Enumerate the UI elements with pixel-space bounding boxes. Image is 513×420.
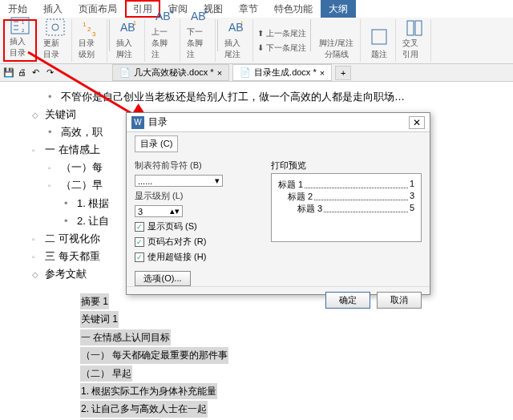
prev-footnote-icon: AB◄ bbox=[153, 7, 174, 25]
next-endnote-button[interactable]: ⬇下一条尾注 bbox=[255, 42, 309, 55]
chevron-down-icon: ▾ bbox=[215, 176, 220, 186]
up-icon: ⬆ bbox=[257, 29, 264, 38]
separator-line-button[interactable]: 脚注/尾注分隔线 bbox=[313, 19, 361, 62]
print-icon[interactable]: 🖨 bbox=[18, 67, 29, 79]
tab-doc2[interactable]: 📄目录生成.docx *× bbox=[232, 64, 332, 81]
menu-special[interactable]: 特色功能 bbox=[266, 0, 321, 18]
close-icon[interactable]: × bbox=[217, 68, 222, 78]
doc-h1: 一 在情感上 bbox=[45, 141, 100, 159]
close-icon[interactable]: ✕ bbox=[409, 116, 425, 129]
preview-box: 标题 11 标题 23 标题 35 bbox=[271, 173, 422, 242]
doc-icon: 📄 bbox=[240, 67, 251, 78]
document-tabs: 💾 🖨 ↶ ↷ 📄几大高效秘诀.docx *× 📄目录生成.docx *× + bbox=[0, 64, 513, 82]
doc-h1b1: 1. 根据 bbox=[77, 195, 109, 212]
svg-text:1: 1 bbox=[22, 20, 25, 25]
toc-dialog: W 目录 ✕ 目录 (C) 制表符前导符 (B) ......▾ 显示级别 (L… bbox=[126, 112, 430, 295]
cross-ref-button[interactable]: 交叉引用 bbox=[398, 19, 431, 62]
svg-rect-21 bbox=[415, 21, 422, 35]
dialog-tab[interactable]: 目录 (C) bbox=[135, 135, 178, 152]
ok-button[interactable]: 确定 bbox=[325, 292, 370, 309]
update-toc-label: 更新目录 bbox=[43, 38, 67, 60]
insert-endnote-label: 插入尾注 bbox=[224, 38, 248, 60]
endnote-icon: ABi bbox=[226, 18, 247, 36]
menu-chapter[interactable]: 章节 bbox=[231, 0, 266, 18]
svg-text:2: 2 bbox=[87, 26, 91, 33]
svg-rect-20 bbox=[407, 21, 414, 35]
options-button[interactable]: 选项(O)... bbox=[135, 271, 191, 286]
next-footnote-button[interactable]: AB► 下一条脚注 bbox=[182, 19, 216, 62]
svg-text:1: 1 bbox=[133, 20, 136, 26]
doc-h2: 二 可视化你 bbox=[45, 230, 100, 248]
doc-kw1: 高效，职 bbox=[61, 123, 103, 141]
menu-layout[interactable]: 页面布局 bbox=[71, 0, 125, 18]
ribbon: 12 插入目录 更新目录 123 目录级别 AB1 插入脚注 AB◄ 上一条脚注… bbox=[0, 18, 513, 64]
doc-h1b: （二）早 bbox=[61, 176, 103, 194]
right-align-checkbox[interactable]: ✓页码右对齐 (R) bbox=[135, 236, 263, 248]
hyperlink-checkbox[interactable]: ✓使用超链接 (H) bbox=[135, 251, 263, 263]
insert-toc-button[interactable]: 12 插入目录 bbox=[3, 19, 37, 62]
svg-rect-6 bbox=[46, 19, 64, 35]
caption-button[interactable]: 题注 bbox=[362, 19, 396, 62]
level-spinner[interactable]: 3▴▾ bbox=[135, 205, 183, 217]
svg-rect-19 bbox=[372, 30, 386, 44]
toc-level-button[interactable]: 123 目录级别 bbox=[74, 19, 107, 62]
svg-text:1: 1 bbox=[83, 21, 87, 28]
footnote-icon: AB1 bbox=[118, 18, 139, 36]
leader-label: 制表符前导符 (B) bbox=[135, 160, 263, 172]
doc-line: 不管你是自己创业当老板还是给别人打工，做一个高效的人都是走向职场… bbox=[61, 88, 405, 106]
undo-icon[interactable]: ↶ bbox=[32, 67, 43, 79]
prev-footnote-label: 上一条脚注 bbox=[151, 26, 175, 60]
svg-text:►: ► bbox=[204, 9, 208, 14]
svg-point-7 bbox=[52, 24, 59, 30]
redo-icon[interactable]: ↷ bbox=[46, 67, 58, 79]
prev-endnote-button[interactable]: ⬆上一条尾注 bbox=[255, 27, 309, 40]
doc-h3: 三 每天都重 bbox=[45, 248, 100, 265]
doc-refs: 参考文献 bbox=[45, 265, 87, 283]
spinner-icon: ▴▾ bbox=[170, 206, 180, 216]
dialog-title: 目录 bbox=[148, 115, 168, 129]
menu-insert[interactable]: 插入 bbox=[35, 0, 71, 18]
insert-footnote-label: 插入脚注 bbox=[116, 38, 139, 60]
show-page-checkbox[interactable]: ✓显示页码 (S) bbox=[135, 220, 263, 232]
insert-footnote-button[interactable]: AB1 插入脚注 bbox=[111, 19, 145, 62]
menu-start[interactable]: 开始 bbox=[0, 0, 35, 18]
doc-keyword: 关键词 bbox=[45, 106, 76, 123]
doc-icon: 📄 bbox=[119, 67, 131, 78]
dialog-titlebar[interactable]: W 目录 ✕ bbox=[127, 113, 430, 132]
menu-outline[interactable]: 大纲 bbox=[321, 0, 356, 18]
app-icon: W bbox=[131, 116, 144, 129]
menu-bar: 开始 插入 页面布局 引用 审阅 视图 章节 特色功能 大纲 bbox=[0, 0, 513, 18]
doc-h1a: （一）每 bbox=[61, 159, 103, 176]
toc-level-icon: 123 bbox=[80, 18, 101, 36]
level-label: 显示级别 (L) bbox=[135, 190, 263, 202]
svg-text:2: 2 bbox=[22, 28, 25, 33]
cross-ref-icon bbox=[404, 20, 425, 36]
close-icon[interactable]: × bbox=[320, 68, 325, 78]
update-toc-button[interactable]: 更新目录 bbox=[38, 19, 72, 62]
next-footnote-label: 下一条脚注 bbox=[187, 26, 210, 60]
tab-doc1[interactable]: 📄几大高效秘诀.docx *× bbox=[112, 64, 229, 81]
svg-text:3: 3 bbox=[92, 30, 96, 36]
down-icon: ⬇ bbox=[257, 43, 264, 52]
save-icon[interactable]: 💾 bbox=[3, 67, 14, 79]
update-toc-icon bbox=[45, 18, 66, 36]
prev-footnote-button[interactable]: AB◄ 上一条脚注 bbox=[147, 19, 180, 62]
insert-toc-label: 插入目录 bbox=[10, 36, 30, 59]
cancel-button[interactable]: 取消 bbox=[377, 292, 422, 309]
new-tab-button[interactable]: + bbox=[335, 66, 351, 80]
toc-level-label: 目录级别 bbox=[79, 38, 102, 60]
next-footnote-icon: AB► bbox=[188, 7, 209, 25]
svg-text:◄: ◄ bbox=[168, 9, 173, 14]
insert-endnote-button[interactable]: ABi 插入尾注 bbox=[220, 19, 253, 62]
toc-icon: 12 bbox=[10, 17, 30, 34]
leader-select[interactable]: ......▾ bbox=[135, 175, 223, 187]
preview-label: 打印预览 bbox=[271, 160, 422, 172]
caption-icon bbox=[369, 26, 390, 47]
doc-h1b2: 2. 让自 bbox=[77, 212, 109, 230]
